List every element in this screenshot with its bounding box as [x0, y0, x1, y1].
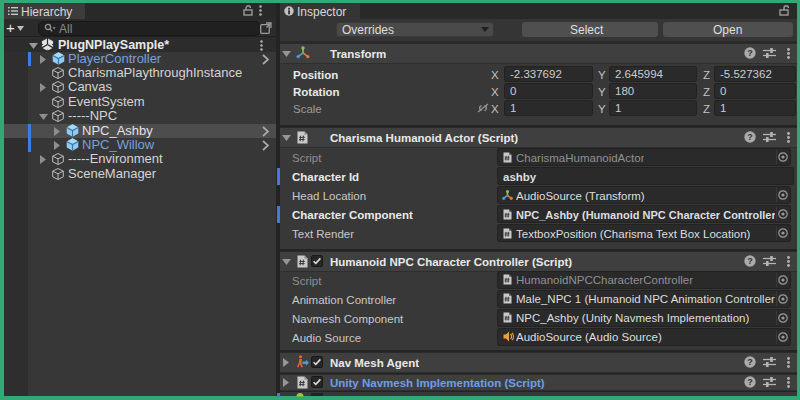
svg-text:?: ? [747, 132, 753, 142]
svg-text:?: ? [747, 48, 753, 58]
svg-text:?: ? [747, 256, 753, 266]
svg-text:?: ? [747, 377, 753, 387]
svg-text:?: ? [747, 357, 753, 367]
